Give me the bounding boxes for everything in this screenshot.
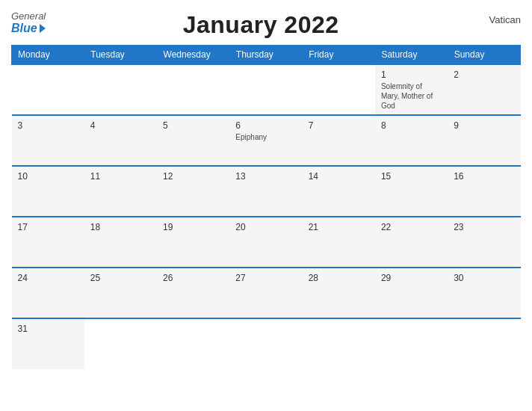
day-number: 26 <box>163 273 223 283</box>
calendar-cell: 22 <box>375 217 448 268</box>
day-number: 27 <box>235 273 296 283</box>
calendar-cell: 7 <box>303 115 375 166</box>
day-number: 1 <box>381 69 442 80</box>
calendar-week-row: 24252627282930 <box>12 268 521 318</box>
event-text: Solemnity of Mary, Mother of God <box>381 81 442 111</box>
calendar-cell: 29 <box>375 268 448 318</box>
calendar-cell <box>157 318 229 369</box>
day-number: 17 <box>18 222 78 232</box>
calendar-cell: 2 <box>448 64 520 115</box>
calendar-cell <box>303 318 375 369</box>
calendar-cell <box>375 318 448 369</box>
calendar-week-row: 31 <box>12 318 521 369</box>
logo-blue-text: Blue <box>11 22 37 35</box>
day-number: 2 <box>454 69 514 80</box>
calendar-cell: 9 <box>448 115 520 166</box>
day-number: 29 <box>381 273 442 283</box>
day-number: 7 <box>309 120 369 131</box>
calendar-cell: 17 <box>12 217 84 268</box>
calendar-cell: 25 <box>84 268 157 318</box>
calendar-cell: 24 <box>12 268 84 318</box>
calendar-container: General Blue January 2022 Vatican Monday… <box>0 0 532 411</box>
calendar-cell: 26 <box>157 268 229 318</box>
day-number: 8 <box>381 120 442 131</box>
calendar-cell: 31 <box>12 318 84 369</box>
calendar-cell: 15 <box>375 166 448 217</box>
day-number: 31 <box>18 324 78 334</box>
header-tuesday: Tuesday <box>84 46 157 65</box>
day-number: 9 <box>454 120 514 131</box>
day-number: 6 <box>235 120 296 131</box>
calendar-cell: 28 <box>303 268 375 318</box>
calendar-cell <box>84 64 157 115</box>
calendar-week-row: 1Solemnity of Mary, Mother of God2 <box>12 64 521 115</box>
calendar-cell: 14 <box>303 166 375 217</box>
day-number: 23 <box>454 222 514 232</box>
logo-general: General <box>11 11 46 22</box>
calendar-cell <box>229 64 302 115</box>
calendar-week-row: 10111213141516 <box>12 166 521 217</box>
country-label: Vatican <box>476 11 521 25</box>
calendar-cell <box>84 318 157 369</box>
header-sunday: Sunday <box>448 46 520 65</box>
day-number: 28 <box>309 273 369 283</box>
logo-blue-line: Blue <box>11 22 46 35</box>
day-number: 19 <box>163 222 223 232</box>
day-number: 24 <box>18 273 78 283</box>
day-number: 11 <box>90 171 151 182</box>
calendar-cell: 23 <box>448 217 520 268</box>
calendar-cell: 27 <box>229 268 302 318</box>
calendar-cell: 4 <box>84 115 157 166</box>
day-number: 3 <box>18 120 78 131</box>
day-number: 13 <box>235 171 296 182</box>
calendar-cell <box>229 318 302 369</box>
day-number: 4 <box>90 120 151 131</box>
day-number: 12 <box>163 171 223 182</box>
header-friday: Friday <box>303 46 375 65</box>
day-number: 10 <box>18 171 78 182</box>
logo-triangle-icon <box>40 24 46 33</box>
day-number: 14 <box>309 171 369 182</box>
day-number: 5 <box>163 120 223 131</box>
calendar-cell: 20 <box>229 217 302 268</box>
day-number: 21 <box>309 222 369 232</box>
calendar-cell: 12 <box>157 166 229 217</box>
calendar-cell <box>448 318 520 369</box>
event-text: Epiphany <box>235 132 296 142</box>
logo: General Blue <box>11 11 46 35</box>
calendar-cell: 6Epiphany <box>229 115 302 166</box>
calendar-cell <box>157 64 229 115</box>
calendar-cell: 21 <box>303 217 375 268</box>
calendar-cell: 16 <box>448 166 520 217</box>
calendar-cell: 19 <box>157 217 229 268</box>
calendar-cell: 13 <box>229 166 302 217</box>
calendar-cell: 5 <box>157 115 229 166</box>
calendar-week-row: 3456Epiphany789 <box>12 115 521 166</box>
header-saturday: Saturday <box>375 46 448 65</box>
day-number: 16 <box>454 171 514 182</box>
weekday-header-row: Monday Tuesday Wednesday Thursday Friday… <box>12 46 521 65</box>
calendar-cell: 30 <box>448 268 520 318</box>
header-thursday: Thursday <box>229 46 302 65</box>
day-number: 25 <box>90 273 151 283</box>
calendar-title: January 2022 <box>183 11 339 38</box>
day-number: 15 <box>381 171 442 182</box>
calendar-week-row: 17181920212223 <box>12 217 521 268</box>
day-number: 18 <box>90 222 151 232</box>
header-monday: Monday <box>12 46 84 65</box>
calendar-cell: 3 <box>12 115 84 166</box>
calendar-cell <box>12 64 84 115</box>
day-number: 22 <box>381 222 442 232</box>
calendar-cell: 10 <box>12 166 84 217</box>
day-number: 30 <box>454 273 514 283</box>
calendar-title-block: January 2022 <box>46 11 476 39</box>
day-number: 20 <box>235 222 296 232</box>
calendar-header: General Blue January 2022 Vatican <box>11 11 521 39</box>
calendar-cell: 18 <box>84 217 157 268</box>
header-wednesday: Wednesday <box>157 46 229 65</box>
calendar-cell <box>303 64 375 115</box>
calendar-cell: 1Solemnity of Mary, Mother of God <box>375 64 448 115</box>
calendar-table: Monday Tuesday Wednesday Thursday Friday… <box>11 45 521 369</box>
calendar-cell: 8 <box>375 115 448 166</box>
calendar-cell: 11 <box>84 166 157 217</box>
